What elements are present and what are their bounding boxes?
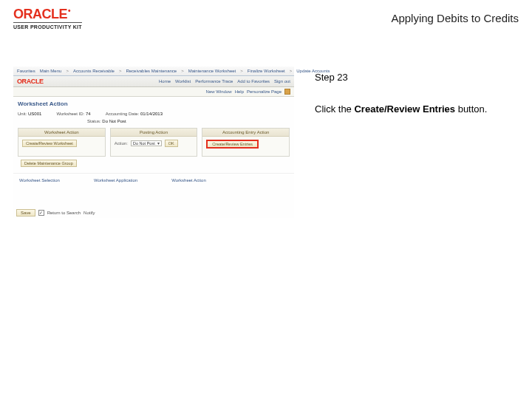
oracle-logo-block: ORACLE• USER PRODUCTIVITY KIT (13, 7, 82, 30)
checkbox[interactable]: ✓ (38, 210, 44, 216)
link-new-window[interactable]: New Window (206, 89, 232, 94)
unit-value: US001 (28, 112, 41, 116)
chevron-right-icon: > (119, 69, 122, 73)
app-header-bar: ORACLE Home Worklist Performance Trace A… (13, 76, 294, 87)
return-to-search-link[interactable]: Return to Search (47, 211, 81, 215)
step-label: Step 23 (315, 71, 507, 85)
oracle-logo: ORACLE• (13, 7, 82, 21)
panel-head-accounting: Accounting Entry Action (202, 129, 289, 137)
accounting-entry-panel: Accounting Entry Action Create/Review En… (202, 128, 290, 157)
link-sign-out[interactable]: Sign out (274, 79, 290, 83)
link-home[interactable]: Home (159, 79, 171, 83)
instruction-suffix: button. (455, 103, 487, 115)
action-label: Action: (115, 141, 128, 146)
oracle-logo-text: ORACLE (13, 7, 67, 21)
accounting-date-label: Accounting Date: (106, 112, 140, 116)
page-title: Applying Debits to Credits (391, 12, 519, 24)
accounting-date-value: 01/14/2013 (140, 112, 163, 116)
delete-maintenance-group-button[interactable]: Delete Maintenance Group (21, 160, 77, 167)
chevron-right-icon: > (181, 69, 184, 73)
action-panels: Worksheet Action Create/Review Worksheet… (13, 125, 294, 157)
upk-label: USER PRODUCTIVITY KIT (13, 22, 82, 30)
main-area: Favorites Main Menu > Accounts Receivabl… (0, 66, 532, 218)
status-label: Status: (87, 119, 101, 123)
page-actions: Save ✓ Return to Search Notify (13, 208, 294, 218)
link-worklist[interactable]: Worklist (175, 79, 191, 83)
panel-head-posting: Posting Action (111, 129, 197, 137)
instruction-bold: Create/Review Entries (354, 103, 455, 115)
page-header: ORACLE• USER PRODUCTIVITY KIT Applying D… (0, 0, 532, 33)
delete-group-row: Delete Maintenance Group (13, 157, 294, 168)
link-worksheet-action[interactable]: Worksheet Action (171, 178, 206, 183)
link-performance-trace[interactable]: Performance Trace (195, 79, 233, 83)
section-title: Worksheet Action (13, 97, 294, 110)
instruction-text: Click the Create/Review Entries button. (315, 103, 507, 117)
link-worksheet-application[interactable]: Worksheet Application (94, 178, 137, 183)
chevron-right-icon: > (240, 69, 243, 73)
unit-label: Unit: (18, 112, 27, 116)
embedded-app-screenshot: Favorites Main Menu > Accounts Receivabl… (13, 66, 294, 218)
instruction-panel: Step 23 Click the Create/Review Entries … (315, 71, 507, 117)
app-sub-bar: New Window Help Personalize Page (13, 87, 294, 97)
breadcrumb-item[interactable]: Main Menu (40, 69, 62, 73)
breadcrumb-item[interactable]: Receivables Maintenance (126, 69, 177, 73)
instruction-prefix: Click the (315, 103, 354, 115)
link-personalize[interactable]: Personalize Page (247, 89, 282, 94)
create-review-worksheet-button[interactable]: Create/Review Worksheet (22, 140, 77, 147)
info-row-1: Unit: US001 Worksheet ID: 74 Accounting … (13, 110, 294, 117)
oracle-logo-dot-icon: • (68, 7, 70, 15)
breadcrumb-item[interactable]: Finalize Worksheet (248, 69, 285, 73)
action-select[interactable]: Do Not Post▾ (131, 140, 162, 146)
notify-link[interactable]: Notify (83, 211, 95, 215)
worksheet-id-label: Worksheet ID: (56, 112, 84, 116)
worksheet-id-value: 74 (86, 112, 91, 116)
breadcrumb: Favorites Main Menu > Accounts Receivabl… (13, 66, 294, 76)
worksheet-action-panel: Worksheet Action Create/Review Worksheet (18, 128, 106, 157)
info-row-2: Status: Do Not Post (13, 117, 294, 125)
create-review-entries-button[interactable]: Create/Review Entries (206, 140, 259, 149)
status-value: Do Not Post (102, 119, 126, 123)
ok-button[interactable]: OK (165, 140, 178, 147)
app-oracle-logo: ORACLE (17, 78, 44, 85)
breadcrumb-item[interactable]: Accounts Receivable (73, 69, 115, 73)
app-header-links: Home Worklist Performance Trace Add to F… (159, 79, 290, 83)
chevron-right-icon: > (66, 69, 69, 73)
posting-action-panel: Posting Action Action: Do Not Post▾ OK (110, 128, 198, 157)
breadcrumb-item[interactable]: Favorites (17, 69, 35, 73)
save-button[interactable]: Save (16, 209, 35, 216)
chevron-right-icon: > (290, 69, 293, 73)
link-help[interactable]: Help (235, 89, 244, 94)
http-icon[interactable] (284, 89, 290, 95)
link-add-favorites[interactable]: Add to Favorites (237, 79, 270, 83)
chevron-down-icon: ▾ (157, 141, 160, 146)
footer-links: Worksheet Selection Worksheet Applicatio… (13, 173, 294, 191)
breadcrumb-item[interactable]: Maintenance Worksheet (188, 69, 236, 73)
link-worksheet-selection[interactable]: Worksheet Selection (19, 178, 60, 183)
panel-head-worksheet: Worksheet Action (18, 129, 105, 137)
